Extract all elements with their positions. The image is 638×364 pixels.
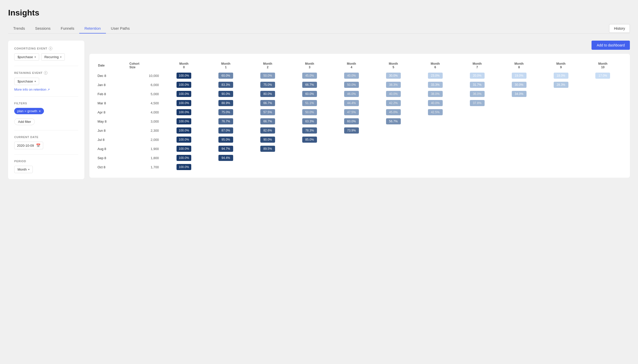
cell-month-8: 30.0% [498,80,540,89]
cell-month-1: 83.3% [205,80,247,89]
more-info-link[interactable]: More info on retention ↗ [14,88,78,91]
sidebar: COHORTIZING EVENT i $purchase ▾ Recurrin… [8,41,84,179]
cohortizing-event-dropdown[interactable]: $purchase ▾ [14,53,39,61]
cell-month-5 [372,162,414,172]
table-row: Jul 82,000100.0%95.0%90.0%85.0% [95,135,624,144]
table-row: Sep 81,800100.0%94.4% [95,153,624,162]
navigation-bar: Trends Sessions Funnels Retention User P… [8,24,630,34]
retaining-info-icon[interactable]: i [44,71,47,75]
cell-month-0: 100.0% [163,153,205,162]
cell-month-9 [540,135,582,144]
cell-date: Jul 8 [95,135,127,144]
filter-tag: plan = growth × [14,108,78,116]
cohortizing-type-dropdown[interactable]: Recurring ▾ [41,53,65,61]
cell-month-8 [498,135,540,144]
cell-month-7 [456,153,498,162]
cell-month-9 [540,108,582,117]
cohortizing-section: COHORTIZING EVENT i $purchase ▾ Recurrin… [14,47,78,66]
remove-filter-icon[interactable]: × [39,109,41,113]
cell-month-10 [582,144,624,153]
cell-month-6 [414,153,456,162]
cell-month-3: 51.1% [289,98,330,108]
cell-month-5 [372,135,414,144]
tab-trends[interactable]: Trends [8,24,30,34]
cell-month-2 [247,153,289,162]
cell-month-7 [456,126,498,135]
col-month-2: Month2 [247,60,289,71]
cell-month-10 [582,126,624,135]
period-label: PERIOD [14,160,78,163]
cell-month-5: 38.3% [372,80,414,89]
date-input[interactable]: 2020-10-09 📅 [14,142,43,149]
table-row: Jun 82,300100.0%87.0%82.6%78.3%73.9% [95,126,624,135]
retention-table-container: Date CohortSize Month0 Month1 Month2 Mon… [89,54,630,178]
cell-cohort-size: 4,000 [127,108,163,117]
history-button[interactable]: History [609,24,630,33]
cell-month-10 [582,153,624,162]
nav-tabs: Trends Sessions Funnels Retention User P… [8,24,135,33]
cell-month-9: 28.3% [540,80,582,89]
main-panel: Add to dashboard Date CohortSize Month0 … [89,41,630,178]
tab-sessions[interactable]: Sessions [30,24,56,34]
col-month-10: Month10 [582,60,624,71]
cell-date: Apr 8 [95,108,127,117]
cell-date: Sep 8 [95,153,127,162]
cell-month-7: 36.0% [456,89,498,98]
period-dropdown[interactable]: Month ▾ [14,166,33,173]
cell-month-5: 40.0% [372,89,414,98]
cell-month-3: 60.0% [289,89,330,98]
cell-month-4: 40.0% [330,71,372,80]
col-cohort-size: CohortSize [127,60,163,71]
cell-month-6: 33.3% [414,80,456,89]
date-section: CURRENT DATE 2020-10-09 📅 [14,136,78,155]
cell-month-4: 47.5% [330,108,372,117]
cell-cohort-size: 1,800 [127,153,163,162]
cell-month-1: 76.7% [205,117,247,126]
cell-cohort-size: 1,900 [127,144,163,153]
tab-user-paths[interactable]: User Paths [106,24,135,34]
cell-month-10 [582,108,624,117]
cell-month-3: 85.0% [289,135,330,144]
cell-month-10 [582,117,624,126]
chevron-down-icon: ▾ [60,56,61,58]
cell-month-2: 89.5% [247,144,289,153]
cell-date: Dec 8 [95,71,127,80]
cell-month-8: 19.0% [498,71,540,80]
cell-month-10 [582,80,624,89]
cell-date: Jun 8 [95,126,127,135]
cell-month-4 [330,153,372,162]
add-filter-button[interactable]: Add filter [14,118,35,125]
cell-month-9 [540,144,582,153]
cell-cohort-size: 10,000 [127,71,163,80]
col-month-5: Month5 [372,60,414,71]
cohortizing-event-row: $purchase ▾ Recurring ▾ [14,53,78,61]
tab-funnels[interactable]: Funnels [56,24,79,34]
cell-month-0: 100.0% [163,108,205,117]
cell-date: Mar 8 [95,98,127,108]
tab-retention[interactable]: Retention [79,24,106,34]
cell-month-10: 17.0% [582,71,624,80]
cell-month-4: 73.9% [330,126,372,135]
cell-month-4 [330,144,372,153]
cell-date: Oct 8 [95,162,127,172]
cell-month-2: 50.0% [247,71,289,80]
cell-cohort-size: 6,000 [127,80,163,89]
cell-cohort-size: 2,300 [127,126,163,135]
external-link-icon: ↗ [47,88,50,91]
table-row: Oct 81,700100.0% [95,162,624,172]
cell-month-9 [540,162,582,172]
retaining-event-dropdown[interactable]: $purchase ▾ [14,78,39,85]
col-date: Date [95,60,127,71]
cell-month-4: 50.0% [330,80,372,89]
calendar-icon: 📅 [36,143,40,147]
cell-month-9 [540,117,582,126]
filters-section: FILTERS plan = growth × Add filter [14,102,78,130]
add-dashboard-button[interactable]: Add to dashboard [592,41,630,50]
cell-month-0: 100.0% [163,117,205,126]
cell-month-9: 18.0% [540,71,582,80]
cell-month-2: 90.0% [247,135,289,144]
page-title: Insights [8,8,630,18]
content-area: COHORTIZING EVENT i $purchase ▾ Recurrin… [8,41,630,179]
cohortizing-info-icon[interactable]: i [49,47,52,50]
table-row: Mar 84,500100.0%88.9%66.7%51.1%44.4%42.2… [95,98,624,108]
